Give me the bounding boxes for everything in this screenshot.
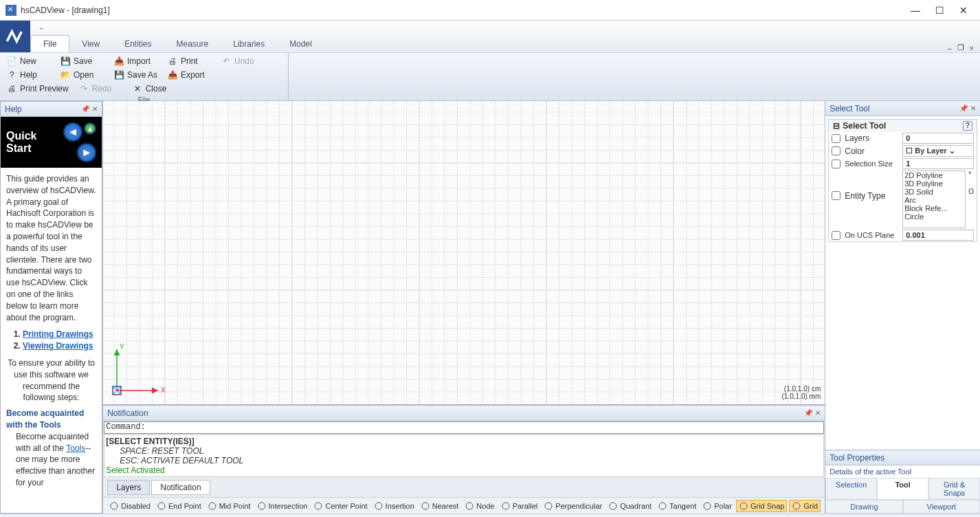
select-all-button[interactable]: * bbox=[968, 170, 974, 178]
snap-perpendicular[interactable]: Perpendicular bbox=[542, 500, 604, 512]
titlebar: hsCADView - [drawing1] — ☐ ✕ bbox=[0, 0, 980, 21]
collapse-icon[interactable]: ⊟ bbox=[833, 121, 840, 131]
ribbon-print-preview-button[interactable]: 🖨Print Preview bbox=[4, 82, 71, 95]
snap-polar[interactable]: Polar bbox=[700, 500, 734, 512]
entity-checkbox[interactable] bbox=[832, 191, 840, 200]
svg-point-21 bbox=[793, 503, 800, 509]
menu-tab-view[interactable]: View bbox=[69, 36, 112, 52]
snap-end-point[interactable]: End Point bbox=[155, 500, 203, 512]
nav-back-button[interactable]: ◄ bbox=[63, 122, 82, 142]
ribbon-import-button[interactable]: 📥Import bbox=[111, 55, 159, 67]
minimize-button[interactable]: — bbox=[911, 5, 920, 16]
svg-point-12 bbox=[375, 503, 382, 509]
props-tab-selection[interactable]: Selection bbox=[825, 478, 877, 500]
help-header: Quick Start bbox=[6, 130, 63, 154]
nav-up-button[interactable]: ▲ bbox=[84, 122, 96, 135]
snap-node[interactable]: Node bbox=[463, 500, 496, 512]
notification-title: Notification bbox=[107, 408, 148, 418]
maximize-button[interactable]: ☐ bbox=[935, 5, 944, 16]
mdi-restore-button[interactable]: ❐ bbox=[955, 43, 966, 52]
command-input[interactable]: Command: bbox=[104, 421, 824, 434]
close-icon[interactable]: ✕ bbox=[815, 409, 821, 417]
svg-point-8 bbox=[158, 503, 165, 509]
ribbon-save-as-button[interactable]: 💾Save As bbox=[111, 69, 159, 81]
entity-type-list[interactable]: 2D Polyline3D Polyline3D SolidArcBlock R… bbox=[902, 170, 966, 228]
nav-forward-button[interactable]: ► bbox=[77, 143, 96, 162]
select-none-button[interactable]: O bbox=[968, 188, 974, 195]
svg-point-13 bbox=[422, 503, 429, 509]
snap-grid-snap[interactable]: Grid Snap bbox=[736, 500, 788, 512]
entity-option[interactable]: Circle bbox=[903, 212, 965, 221]
menu-tab-model[interactable]: Model bbox=[277, 36, 324, 52]
center-column: X Y (1.0,1.0) cm(1.0,1.0) mm Notificatio… bbox=[102, 101, 825, 514]
selsize-checkbox[interactable] bbox=[832, 160, 840, 168]
bottom-tab-notification[interactable]: Notification bbox=[151, 480, 210, 495]
layers-checkbox[interactable] bbox=[832, 134, 840, 143]
ribbon-new-button[interactable]: 📄New bbox=[4, 55, 52, 67]
pin-icon[interactable]: 📌 bbox=[81, 105, 89, 113]
ribbon: 📄New💾Save📥Import🖨Print↶Undo?Help📂Open💾Sa… bbox=[0, 53, 980, 101]
ribbon-redo-button[interactable]: ↷Redo bbox=[76, 82, 124, 95]
svg-point-10 bbox=[258, 503, 265, 509]
menu-tab-file[interactable]: File bbox=[30, 35, 69, 52]
help-sub-heading: Become acquainted with the Tools bbox=[6, 408, 96, 431]
select-tool-title: Select Tool bbox=[829, 104, 869, 113]
help-panel: Help 📌 ✕ Quick Start ◄ ▲ ► This guide pr… bbox=[0, 101, 102, 514]
snap-disabled[interactable]: Disabled bbox=[107, 500, 153, 512]
pin-icon[interactable]: 📌 bbox=[804, 409, 812, 417]
snap-nearest[interactable]: Nearest bbox=[419, 500, 461, 512]
ribbon-undo-button[interactable]: ↶Undo bbox=[219, 55, 267, 67]
props-tab-grid-snaps[interactable]: Grid & Snaps bbox=[928, 478, 980, 500]
snap-intersection[interactable]: Intersection bbox=[255, 500, 310, 512]
snap-tangent[interactable]: Tangent bbox=[656, 500, 698, 512]
selsize-value[interactable]: 1 bbox=[902, 158, 974, 169]
menu-tab-libraries[interactable]: Libraries bbox=[221, 36, 277, 52]
mdi-close-button[interactable]: × bbox=[968, 44, 976, 52]
drawing-canvas[interactable]: X Y (1.0,1.0) cm(1.0,1.0) mm bbox=[103, 101, 825, 405]
entity-option[interactable]: Block Refe... bbox=[903, 204, 965, 212]
menu-tab-measure[interactable]: Measure bbox=[164, 36, 221, 52]
close-icon[interactable]: ✕ bbox=[92, 105, 98, 113]
props-tab-drawing[interactable]: Drawing bbox=[825, 500, 902, 514]
snap-grid[interactable]: Grid bbox=[789, 500, 821, 512]
bottom-tab-layers[interactable]: Layers bbox=[107, 480, 150, 495]
close-icon[interactable]: ✕ bbox=[970, 104, 976, 112]
help-link[interactable]: Printing Drawings bbox=[23, 329, 93, 339]
ribbon-save-button[interactable]: 💾Save bbox=[58, 55, 106, 67]
entity-option[interactable]: 3D Polyline bbox=[903, 179, 965, 188]
pin-icon[interactable]: 📌 bbox=[959, 104, 968, 112]
close-button[interactable]: ✕ bbox=[959, 5, 968, 16]
entity-option[interactable]: 2D Polyline bbox=[903, 171, 965, 179]
ribbon-open-button[interactable]: 📂Open bbox=[58, 69, 106, 81]
menu-tab-entities[interactable]: Entities bbox=[112, 36, 164, 52]
help-link[interactable]: Viewing Drawings bbox=[23, 341, 93, 351]
snap-mid-point[interactable]: Mid Point bbox=[205, 500, 253, 512]
ribbon-close-button[interactable]: ✕Close bbox=[130, 82, 178, 95]
color-checkbox[interactable] bbox=[832, 146, 840, 155]
props-tab-viewport[interactable]: Viewport bbox=[903, 500, 980, 514]
onucs-value[interactable]: 0.001 bbox=[902, 230, 974, 241]
props-tab-tool[interactable]: Tool bbox=[877, 478, 928, 500]
quick-access-toolbar[interactable]: ⌄ bbox=[30, 21, 980, 33]
window-title: hsCADView - [drawing1] bbox=[21, 6, 110, 15]
menubar: ⌄ FileViewEntitiesMeasureLibrariesModel … bbox=[0, 21, 980, 53]
tools-link[interactable]: Tools bbox=[66, 443, 85, 453]
ribbon-export-button[interactable]: 📤Export bbox=[165, 69, 213, 81]
snap-center-point[interactable]: Center Point bbox=[311, 500, 369, 512]
svg-point-17 bbox=[610, 503, 616, 509]
entity-option[interactable]: Arc bbox=[903, 196, 965, 204]
color-value[interactable]: ☐ By Layer ⌄ bbox=[902, 145, 974, 157]
mdi-minimize-button[interactable]: – bbox=[945, 44, 953, 52]
onucs-checkbox[interactable] bbox=[832, 231, 840, 240]
help-icon[interactable]: ? bbox=[963, 121, 972, 131]
ribbon-help-button[interactable]: ?Help bbox=[4, 69, 52, 81]
snap-parallel[interactable]: Parallel bbox=[499, 500, 540, 512]
app-logo[interactable] bbox=[0, 21, 30, 52]
snap-quadrant[interactable]: Quadrant bbox=[606, 500, 654, 512]
right-panel: Select Tool 📌✕ ⊟Select Tool? Layers0 Col… bbox=[825, 101, 980, 514]
ribbon-print-button[interactable]: 🖨Print bbox=[165, 55, 213, 67]
layers-value[interactable]: 0 bbox=[902, 133, 974, 144]
entity-option[interactable]: 3D Solid bbox=[903, 188, 965, 196]
snap-insertion[interactable]: Insertion bbox=[372, 500, 416, 512]
svg-point-11 bbox=[315, 503, 322, 509]
